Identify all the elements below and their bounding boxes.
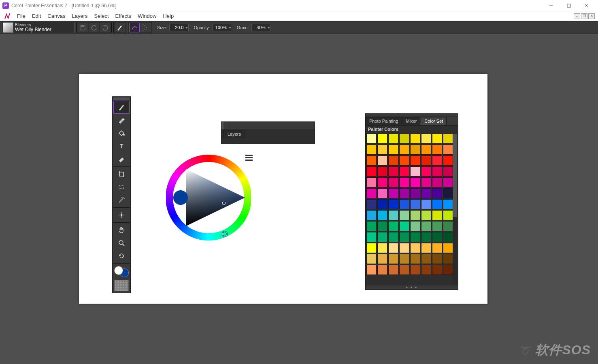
menu-edit[interactable]: Edit xyxy=(29,12,44,20)
color-swatch[interactable] xyxy=(366,134,377,144)
dropper-tool[interactable] xyxy=(113,114,130,127)
color-wheel-panel[interactable] xyxy=(166,152,253,244)
maximize-button[interactable] xyxy=(560,0,578,11)
color-swatch[interactable] xyxy=(366,177,377,187)
color-swatch[interactable] xyxy=(388,155,398,166)
mdi-restore-button[interactable]: ❐ xyxy=(581,13,587,19)
toolbox-grip[interactable] xyxy=(113,98,130,100)
grain-input[interactable]: 40% xyxy=(251,24,271,31)
color-swatch[interactable] xyxy=(432,188,442,198)
color-swatch[interactable] xyxy=(377,155,387,166)
color-swatch[interactable] xyxy=(377,145,387,155)
dab-options-button[interactable] xyxy=(140,23,151,32)
color-swatch[interactable] xyxy=(410,265,420,275)
color-swatch[interactable] xyxy=(410,232,420,242)
color-wheel[interactable] xyxy=(166,152,251,241)
color-swatch[interactable] xyxy=(421,145,431,155)
color-swatch[interactable] xyxy=(410,221,420,231)
color-swatch[interactable] xyxy=(432,199,442,209)
color-swatch[interactable] xyxy=(443,145,453,155)
color-swatch[interactable] xyxy=(377,254,387,264)
color-swatch[interactable] xyxy=(421,134,431,144)
color-swatch[interactable] xyxy=(399,199,409,209)
color-swatch[interactable] xyxy=(432,166,442,177)
color-swatch[interactable] xyxy=(432,155,442,166)
color-swatch[interactable] xyxy=(443,134,453,144)
color-swatch[interactable] xyxy=(443,155,453,166)
color-swatch[interactable] xyxy=(399,177,409,187)
color-swatch[interactable] xyxy=(366,188,377,198)
color-swatch[interactable] xyxy=(443,265,453,275)
color-swatch[interactable] xyxy=(421,155,431,166)
color-swatch[interactable] xyxy=(432,254,442,264)
tab-mixer[interactable]: Mixer xyxy=(402,117,421,125)
color-swatch[interactable] xyxy=(410,134,420,144)
menu-help[interactable]: Help xyxy=(160,12,177,20)
color-swatch[interactable] xyxy=(443,199,453,209)
color-swatch[interactable] xyxy=(432,145,442,155)
mdi-close-button[interactable]: ✕ xyxy=(588,13,595,19)
color-swatch[interactable] xyxy=(388,232,398,242)
color-swatch[interactable] xyxy=(432,177,442,187)
panel-menu-icon[interactable] xyxy=(245,155,253,161)
color-swatch[interactable] xyxy=(377,166,387,177)
color-swatch[interactable] xyxy=(443,254,453,264)
color-swatch[interactable] xyxy=(410,254,420,264)
layers-panel[interactable]: Layers xyxy=(221,121,315,144)
color-swatch[interactable] xyxy=(443,210,453,220)
color-swatch[interactable] xyxy=(410,199,420,209)
color-swatch[interactable] xyxy=(399,232,409,242)
text-tool[interactable]: T xyxy=(113,140,130,153)
color-swatch[interactable] xyxy=(377,243,387,253)
color-swatch[interactable] xyxy=(388,145,398,155)
color-swatch[interactable] xyxy=(366,232,377,242)
color-swatch[interactable] xyxy=(388,166,398,177)
undo-button[interactable] xyxy=(89,23,99,32)
color-swatch[interactable] xyxy=(443,243,453,253)
color-selector[interactable] xyxy=(113,265,130,278)
selection-tool[interactable] xyxy=(113,181,130,194)
color-swatch[interactable] xyxy=(377,134,387,144)
color-swatch[interactable] xyxy=(410,210,420,220)
main-color-swatch[interactable] xyxy=(114,266,123,275)
color-swatch[interactable] xyxy=(399,254,409,264)
color-swatch[interactable] xyxy=(421,243,431,253)
color-swatch[interactable] xyxy=(399,221,409,231)
redo-button[interactable] xyxy=(100,23,111,32)
color-swatch[interactable] xyxy=(432,221,442,231)
color-swatch[interactable] xyxy=(388,188,398,198)
color-swatch[interactable] xyxy=(366,221,377,231)
color-swatch[interactable] xyxy=(388,210,398,220)
color-swatch[interactable] xyxy=(443,232,453,242)
color-swatch[interactable] xyxy=(366,166,377,177)
color-swatch[interactable] xyxy=(366,145,377,155)
color-swatch[interactable] xyxy=(399,265,409,275)
color-swatch[interactable] xyxy=(410,166,420,177)
size-input[interactable]: 20.0 xyxy=(169,24,189,31)
opacity-input[interactable]: 100% xyxy=(213,24,232,31)
color-swatch[interactable] xyxy=(432,243,442,253)
color-swatch[interactable] xyxy=(377,188,387,198)
swatch-scrollbar[interactable] xyxy=(453,134,457,285)
color-swatch[interactable] xyxy=(410,243,420,253)
brush-selector[interactable]: Blenders Wet Oily Blender xyxy=(2,22,74,33)
color-swatch[interactable] xyxy=(443,166,453,177)
dab-preview-button[interactable] xyxy=(129,23,140,32)
color-swatch[interactable] xyxy=(366,210,377,220)
color-swatch[interactable] xyxy=(399,210,409,220)
brush-tool-shortcut[interactable] xyxy=(115,23,125,32)
color-swatch[interactable] xyxy=(432,210,442,220)
save-button[interactable] xyxy=(77,23,88,32)
color-swatch[interactable] xyxy=(443,188,453,198)
mdi-minimize-button[interactable]: – xyxy=(574,13,580,19)
color-swatch[interactable] xyxy=(377,265,387,275)
color-swatch[interactable] xyxy=(366,199,377,209)
color-swatch[interactable] xyxy=(377,199,387,209)
close-button[interactable] xyxy=(578,0,596,11)
rotate-tool[interactable] xyxy=(113,249,130,262)
color-swatch[interactable] xyxy=(421,188,431,198)
color-swatch[interactable] xyxy=(399,166,409,177)
color-swatch[interactable] xyxy=(421,177,431,187)
color-swatch[interactable] xyxy=(377,232,387,242)
color-swatch[interactable] xyxy=(410,155,420,166)
